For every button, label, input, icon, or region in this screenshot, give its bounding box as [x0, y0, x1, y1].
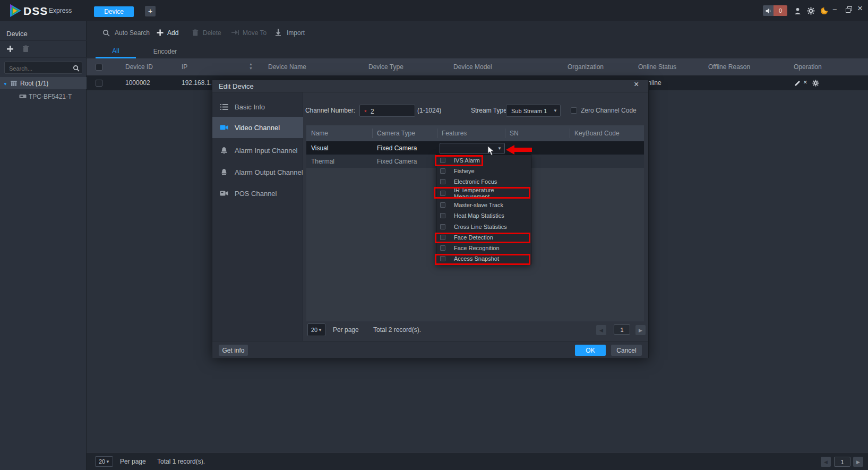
delete-org-icon[interactable] — [21, 45, 30, 53]
col-device-name: Device Name — [268, 64, 306, 70]
search-box — [4, 62, 82, 74]
add-device-icon[interactable] — [157, 29, 164, 36]
brand-swirl-icon[interactable] — [819, 5, 829, 16]
features-option-electronic-focus[interactable]: Electronic Focus — [436, 176, 531, 187]
checkbox[interactable] — [440, 224, 445, 229]
channel-number-input-wrap: * — [359, 105, 415, 117]
required-marker: * — [364, 109, 367, 116]
delete-device-row-icon[interactable]: × — [803, 79, 807, 86]
checkbox[interactable] — [440, 245, 445, 251]
checkbox[interactable] — [440, 213, 445, 218]
dialog-per-page-label: Per page — [333, 327, 359, 333]
sort-icon[interactable]: ▲ ▼ — [249, 62, 253, 71]
select-all-checkbox[interactable] — [96, 64, 102, 71]
zero-channel-checkbox[interactable] — [571, 107, 577, 114]
features-option-ir-temperature-measurement[interactable]: IR Temperature Measurement — [436, 187, 531, 200]
features-option-ivs-alarm[interactable]: IVS Alarm — [436, 155, 531, 166]
prev-page-button[interactable]: ◀ — [821, 457, 831, 467]
channel-number-input[interactable] — [369, 106, 414, 117]
checkbox[interactable] — [440, 202, 445, 208]
features-option-face-detection[interactable]: Face Detection — [436, 232, 531, 243]
alert-count-badge[interactable]: 0 — [774, 5, 787, 16]
stream-type-select[interactable]: Sub Stream 1 ▼ — [506, 105, 561, 117]
dialog-prev-page-button[interactable]: ◀ — [596, 325, 606, 335]
tab-encoder[interactable]: Encoder — [145, 45, 185, 58]
dialog-close-icon[interactable]: × — [634, 81, 639, 88]
ct-col-keyboard-code: KeyBoard Code — [574, 130, 620, 136]
checkbox[interactable] — [440, 235, 445, 240]
minimize-button[interactable]: − — [832, 6, 837, 13]
get-info-button[interactable]: Get info — [219, 345, 248, 356]
checkbox[interactable] — [440, 256, 445, 261]
menu-pos-channel[interactable]: POS Channel — [212, 183, 303, 204]
dialog-page-size-select[interactable]: 20 ▼ — [307, 323, 325, 336]
user-icon[interactable] — [792, 5, 803, 16]
checkbox[interactable] — [440, 191, 445, 196]
device-tab[interactable]: Device — [94, 6, 134, 17]
mouse-cursor — [487, 146, 495, 156]
menu-basic-info[interactable]: Basic Info — [212, 96, 303, 117]
checkbox[interactable] — [440, 179, 445, 184]
features-option-face-recognition[interactable]: Face Recognition — [436, 243, 531, 253]
tree-root-row[interactable]: ▼ Root (1/1) — [0, 77, 87, 89]
alert-count: 0 — [779, 7, 782, 14]
dialog-next-page-button[interactable]: ▶ — [635, 325, 646, 335]
menu-pos-channel-label: POS Channel — [235, 190, 277, 198]
tab-all[interactable]: All — [96, 45, 136, 58]
config-gear-icon[interactable] — [812, 79, 819, 87]
tree-expand-icon[interactable]: ▼ — [3, 81, 7, 88]
menu-alarm-input-channel[interactable]: Alarm Input Channel — [212, 140, 303, 161]
features-option-cross-line-statistics[interactable]: Cross Line Statistics — [436, 221, 531, 232]
auto-search-icon[interactable] — [102, 29, 110, 37]
features-option-heat-map-statistics[interactable]: Heat Map Statistics — [436, 210, 531, 221]
dialog-current-page-box[interactable]: 1 — [614, 324, 630, 335]
add-org-icon[interactable] — [6, 45, 14, 53]
delete-device-button[interactable]: Delete — [203, 30, 221, 36]
alarm-sound-button[interactable] — [763, 5, 774, 16]
channel-table-header: Name Camera Type Features SN KeyBoard Co… — [306, 125, 644, 141]
bottom-pagination-bar: 20 ▼ Per page Total 1 record(s). ◀ 1 ▶ — [87, 452, 868, 470]
features-option-fisheye[interactable]: Fisheye — [436, 166, 531, 176]
row-checkbox[interactable] — [96, 80, 102, 87]
logo-express-text: Express — [49, 7, 72, 14]
new-tab-button[interactable]: + — [145, 6, 156, 16]
current-page-box[interactable]: 1 — [834, 457, 850, 467]
cancel-button[interactable]: Cancel — [611, 345, 642, 356]
page-size-value: 20 — [99, 458, 105, 465]
next-page-button[interactable]: ▶ — [853, 457, 863, 467]
delete-device-toolbar-icon[interactable] — [192, 29, 199, 36]
features-option-master-slave-track[interactable]: Master-slave Track — [436, 200, 531, 210]
col-online-status: Online Status — [638, 64, 676, 70]
menu-video-channel[interactable]: Video Channel — [212, 117, 303, 138]
menu-alarm-output-channel[interactable]: Alarm Output Channel — [212, 161, 303, 183]
sidebar-divider-1 — [0, 40, 87, 41]
import-icon[interactable] — [275, 29, 281, 36]
search-icon[interactable] — [72, 64, 80, 72]
features-select[interactable]: ▼ — [440, 143, 505, 154]
import-button[interactable]: Import — [287, 30, 305, 36]
zero-channel-label: Zero Channel Code — [581, 105, 637, 117]
checkbox[interactable] — [440, 168, 445, 174]
features-option-access-snapshot[interactable]: Access Snapshot — [436, 253, 531, 264]
channel-number-label: Channel Number: — [292, 105, 355, 117]
add-device-button[interactable]: Add — [167, 30, 178, 36]
move-to-icon[interactable] — [231, 29, 239, 36]
ok-button[interactable]: OK — [575, 345, 606, 356]
auto-search-button[interactable]: Auto Search — [115, 30, 150, 36]
restore-button[interactable] — [846, 6, 853, 14]
list-icon — [220, 102, 228, 111]
page-size-select[interactable]: 20 ▼ — [95, 456, 113, 467]
search-input[interactable] — [8, 63, 68, 74]
settings-gear-icon[interactable] — [805, 5, 816, 16]
checkbox[interactable] — [440, 158, 445, 163]
dialog-page-size-value: 20 — [311, 327, 317, 333]
edit-device-icon[interactable] — [794, 80, 801, 87]
topbar: DSS Express Device + 0 − × — [0, 0, 868, 21]
dialog-footer: Get info OK Cancel — [212, 341, 648, 358]
move-to-button[interactable]: Move To — [243, 30, 267, 36]
cell-camera-type: Fixed Camera — [377, 158, 417, 165]
tab-all-label: All — [112, 47, 119, 55]
close-app-button[interactable]: × — [857, 5, 863, 12]
tree-device-row[interactable]: TPC-BF5421-T — [0, 90, 87, 102]
pos-icon — [220, 189, 228, 198]
